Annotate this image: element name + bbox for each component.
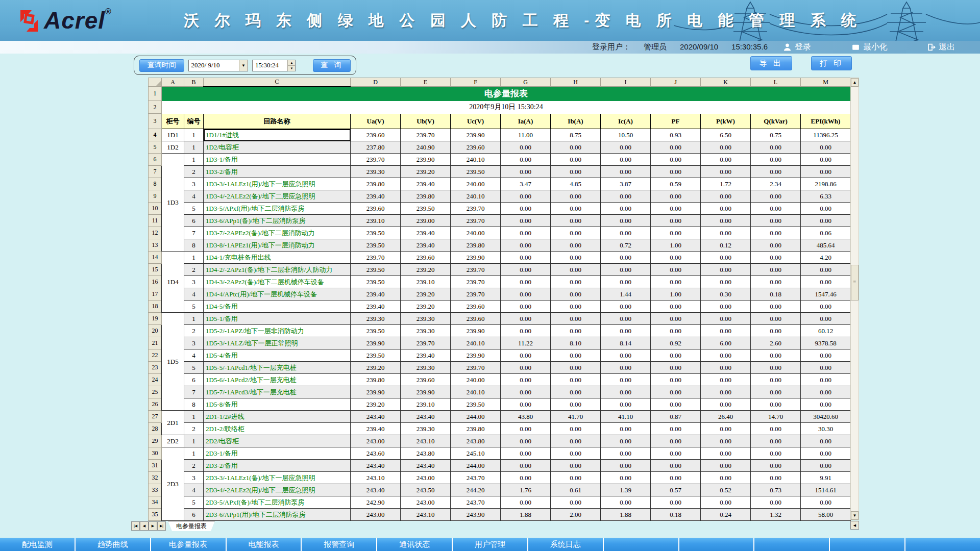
value-cell[interactable]: 0.00 [551,496,601,509]
value-cell[interactable]: 0.00 [651,447,701,460]
circuit-name-cell[interactable]: 1D5-4/备用 [204,349,351,362]
value-cell[interactable]: 1.88 [501,509,551,521]
bottom-nav-item-4[interactable]: 电能报表 [227,538,301,551]
index-cell[interactable]: 4 [184,484,204,496]
export-button[interactable]: 导 出 [750,56,792,70]
value-cell[interactable]: 2.00 [551,509,601,521]
index-cell[interactable]: 3 [184,337,204,349]
value-cell[interactable]: 240.10 [451,190,501,203]
value-cell[interactable]: 239.60 [451,141,501,154]
value-cell[interactable]: 0.87 [651,411,701,423]
value-cell[interactable]: 240.00 [451,374,501,386]
value-cell[interactable]: 239.50 [351,264,401,276]
horizontal-scroll-left-button[interactable]: ◀ [850,521,859,530]
value-cell[interactable]: 239.20 [401,264,451,276]
column-letter-B[interactable]: B [184,78,204,87]
value-cell[interactable]: 0.00 [801,460,851,472]
index-cell[interactable]: 1 [184,447,204,460]
value-cell[interactable]: 239.90 [401,386,451,398]
bottom-nav-item-8[interactable]: 系统日志 [528,538,603,551]
value-cell[interactable]: 239.90 [401,154,451,166]
value-cell[interactable]: 0.00 [751,472,801,484]
value-cell[interactable]: 239.40 [401,349,451,362]
value-cell[interactable]: 0.00 [551,154,601,166]
value-cell[interactable]: 0.00 [651,349,701,362]
value-cell[interactable]: 0.00 [701,423,751,435]
row-number-4[interactable]: 4 [149,129,162,141]
bottom-nav-item-6[interactable]: 通讯状态 [377,538,452,551]
column-letter-E[interactable]: E [401,78,451,87]
circuit-name-cell[interactable]: 1D4-2/-2APz1(备)/地下二层非消防/人防动力 [204,264,351,276]
value-cell[interactable]: 0.00 [551,203,601,215]
value-cell[interactable]: 0.00 [601,313,651,325]
circuit-name-cell[interactable]: 2D3-2/备用 [204,460,351,472]
value-cell[interactable]: 0.00 [551,472,601,484]
value-cell[interactable]: 0.00 [751,386,801,398]
value-cell[interactable]: 0.00 [701,300,751,313]
value-cell[interactable]: 239.50 [451,166,501,178]
row-number-12[interactable]: 12 [149,227,162,239]
value-cell[interactable]: 0.00 [801,349,851,362]
value-cell[interactable]: 0.00 [501,362,551,374]
value-cell[interactable]: 0.00 [751,325,801,337]
value-cell[interactable]: 239.20 [401,288,451,300]
value-cell[interactable]: 239.20 [401,166,451,178]
value-cell[interactable]: 239.30 [351,166,401,178]
value-cell[interactable]: 243.90 [451,509,501,521]
index-cell[interactable]: 3 [184,472,204,484]
value-cell[interactable]: 3.47 [501,178,551,190]
value-cell[interactable]: 244.00 [451,411,501,423]
value-cell[interactable]: 0.30 [701,288,751,300]
value-cell[interactable]: 239.50 [351,325,401,337]
value-cell[interactable]: 243.00 [401,472,451,484]
value-cell[interactable]: 0.00 [601,472,651,484]
value-cell[interactable]: 8.14 [601,337,651,349]
value-cell[interactable]: 239.10 [401,398,451,411]
value-cell[interactable]: 0.00 [501,276,551,288]
value-cell[interactable]: 0.00 [801,264,851,276]
column-letter-M[interactable]: M [801,78,851,87]
index-cell[interactable]: 5 [184,496,204,509]
value-cell[interactable]: 0.00 [601,362,651,374]
spinner-up-button[interactable]: ▲ [288,60,295,66]
value-cell[interactable]: 0.00 [551,398,601,411]
dropdown-arrow-icon[interactable]: ▼ [239,60,248,71]
value-cell[interactable]: 0.00 [501,435,551,447]
bottom-nav-item-12[interactable] [830,538,904,551]
row-number-18[interactable]: 18 [149,300,162,313]
value-cell[interactable]: 245.10 [451,447,501,460]
row-number-22[interactable]: 22 [149,349,162,362]
value-cell[interactable]: 239.10 [351,215,401,227]
value-cell[interactable]: 11.22 [501,337,551,349]
value-cell[interactable]: 239.20 [351,362,401,374]
circuit-name-cell[interactable]: 1D3-6/APp1(备)/地下二层消防泵房 [204,215,351,227]
sheet-nav-prev-button[interactable]: ◀ [140,521,149,531]
value-cell[interactable]: 0.00 [751,190,801,203]
value-cell[interactable]: 0.00 [501,472,551,484]
value-cell[interactable]: 243.10 [401,509,451,521]
value-cell[interactable]: 0.00 [601,460,651,472]
value-cell[interactable]: 239.00 [401,215,451,227]
value-cell[interactable]: 0.00 [551,239,601,252]
value-cell[interactable]: 239.90 [451,325,501,337]
value-cell[interactable]: 0.00 [501,496,551,509]
index-cell[interactable]: 1 [184,313,204,325]
value-cell[interactable]: 0.06 [801,227,851,239]
value-cell[interactable]: 0.00 [501,447,551,460]
circuit-name-cell[interactable]: 1D5-6/-1APcd2/地下一层充电桩 [204,374,351,386]
value-cell[interactable]: 0.00 [651,460,701,472]
value-cell[interactable]: 0.00 [651,227,701,239]
row-number-29[interactable]: 29 [149,435,162,447]
row-number-13[interactable]: 13 [149,239,162,252]
value-cell[interactable]: 239.50 [351,276,401,288]
row-number-7[interactable]: 7 [149,166,162,178]
value-cell[interactable]: 243.80 [451,435,501,447]
value-cell[interactable]: 0.00 [501,141,551,154]
value-cell[interactable]: 0.00 [701,349,751,362]
circuit-name-cell[interactable]: 1D3-1/备用 [204,154,351,166]
cabinet-cell[interactable]: 2D2 [162,435,184,447]
index-cell[interactable]: 3 [184,178,204,190]
value-cell[interactable]: 0.00 [501,313,551,325]
value-cell[interactable]: 11396.25 [801,129,851,141]
row-number-35[interactable]: 35 [149,509,162,521]
